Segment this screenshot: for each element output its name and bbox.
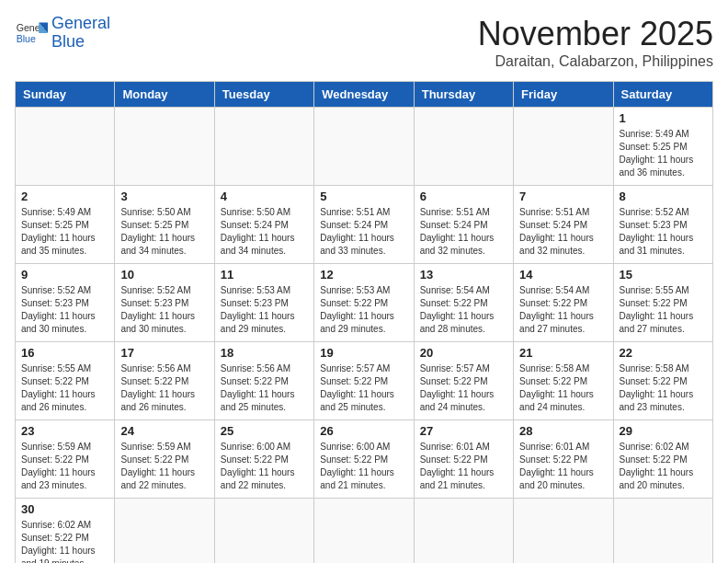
day-info: Sunrise: 5:54 AM Sunset: 5:22 PM Dayligh… — [519, 284, 607, 336]
day-info: Sunrise: 6:00 AM Sunset: 5:22 PM Dayligh… — [320, 441, 407, 492]
day-number: 4 — [221, 190, 308, 203]
calendar-cell: 11Sunrise: 5:53 AM Sunset: 5:23 PM Dayli… — [214, 264, 313, 342]
day-info: Sunrise: 5:56 AM Sunset: 5:22 PM Dayligh… — [120, 362, 208, 414]
day-number: 1 — [620, 111, 707, 125]
week-row-4: 16Sunrise: 5:55 AM Sunset: 5:22 PM Dayli… — [16, 342, 713, 420]
calendar-cell — [514, 108, 613, 186]
day-number: 8 — [620, 190, 707, 203]
calendar-cell: 18Sunrise: 5:56 AM Sunset: 5:22 PM Dayli… — [214, 342, 313, 420]
calendar-cell — [314, 499, 414, 564]
day-info: Sunrise: 5:51 AM Sunset: 5:24 PM Dayligh… — [320, 206, 407, 258]
calendar-cell: 4Sunrise: 5:50 AM Sunset: 5:24 PM Daylig… — [214, 186, 313, 264]
weekday-header-tuesday: Tuesday — [214, 82, 313, 108]
calendar-cell — [414, 499, 513, 564]
day-info: Sunrise: 6:00 AM Sunset: 5:22 PM Dayligh… — [221, 441, 308, 492]
day-info: Sunrise: 6:01 AM Sunset: 5:22 PM Dayligh… — [420, 441, 507, 492]
day-info: Sunrise: 5:52 AM Sunset: 5:23 PM Dayligh… — [620, 206, 707, 258]
day-number: 19 — [320, 346, 407, 360]
day-info: Sunrise: 6:01 AM Sunset: 5:22 PM Dayligh… — [519, 441, 607, 492]
day-info: Sunrise: 5:59 AM Sunset: 5:22 PM Dayligh… — [120, 441, 208, 492]
calendar-cell: 28Sunrise: 6:01 AM Sunset: 5:22 PM Dayli… — [514, 420, 613, 499]
day-number: 2 — [21, 190, 108, 203]
calendar-cell — [16, 108, 115, 186]
calendar-cell: 9Sunrise: 5:52 AM Sunset: 5:23 PM Daylig… — [16, 264, 115, 342]
day-number: 29 — [620, 424, 707, 438]
calendar-cell: 15Sunrise: 5:55 AM Sunset: 5:22 PM Dayli… — [613, 264, 712, 342]
weekday-header-sunday: Sunday — [16, 82, 115, 108]
calendar-cell — [214, 499, 313, 564]
week-row-5: 23Sunrise: 5:59 AM Sunset: 5:22 PM Dayli… — [16, 420, 713, 499]
day-number: 27 — [420, 424, 507, 438]
calendar-table: SundayMondayTuesdayWednesdayThursdayFrid… — [15, 81, 713, 563]
calendar-cell: 5Sunrise: 5:51 AM Sunset: 5:24 PM Daylig… — [314, 186, 414, 264]
week-row-3: 9Sunrise: 5:52 AM Sunset: 5:23 PM Daylig… — [16, 264, 713, 342]
calendar-cell — [214, 108, 313, 186]
day-info: Sunrise: 5:50 AM Sunset: 5:25 PM Dayligh… — [120, 206, 208, 258]
day-number: 16 — [21, 346, 108, 360]
location-title: Daraitan, Calabarzon, Philippines — [478, 53, 713, 70]
day-number: 11 — [221, 268, 308, 282]
day-number: 25 — [221, 424, 308, 438]
week-row-2: 2Sunrise: 5:49 AM Sunset: 5:25 PM Daylig… — [16, 186, 713, 264]
weekday-header-saturday: Saturday — [613, 82, 712, 108]
day-info: Sunrise: 5:59 AM Sunset: 5:22 PM Dayligh… — [21, 441, 108, 492]
week-row-1: 1Sunrise: 5:49 AM Sunset: 5:25 PM Daylig… — [16, 108, 713, 186]
calendar-cell: 10Sunrise: 5:52 AM Sunset: 5:23 PM Dayli… — [115, 264, 214, 342]
day-info: Sunrise: 5:52 AM Sunset: 5:23 PM Dayligh… — [21, 284, 108, 336]
day-number: 26 — [320, 424, 407, 438]
day-number: 10 — [120, 268, 208, 282]
calendar-cell — [414, 108, 513, 186]
calendar-cell — [314, 108, 414, 186]
day-number: 9 — [21, 268, 108, 282]
day-number: 6 — [420, 190, 507, 203]
calendar-cell: 14Sunrise: 5:54 AM Sunset: 5:22 PM Dayli… — [514, 264, 613, 342]
day-info: Sunrise: 5:53 AM Sunset: 5:22 PM Dayligh… — [320, 284, 407, 336]
calendar-cell: 6Sunrise: 5:51 AM Sunset: 5:24 PM Daylig… — [414, 186, 513, 264]
day-info: Sunrise: 5:49 AM Sunset: 5:25 PM Dayligh… — [620, 128, 707, 179]
calendar-cell: 1Sunrise: 5:49 AM Sunset: 5:25 PM Daylig… — [613, 108, 712, 186]
calendar-cell: 24Sunrise: 5:59 AM Sunset: 5:22 PM Dayli… — [115, 420, 214, 499]
calendar-cell — [115, 108, 214, 186]
day-number: 15 — [620, 268, 707, 282]
calendar-cell: 22Sunrise: 5:58 AM Sunset: 5:22 PM Dayli… — [613, 342, 712, 420]
day-info: Sunrise: 5:58 AM Sunset: 5:22 PM Dayligh… — [620, 362, 707, 414]
day-number: 30 — [21, 502, 108, 516]
day-info: Sunrise: 5:51 AM Sunset: 5:24 PM Dayligh… — [519, 206, 607, 258]
calendar-cell: 2Sunrise: 5:49 AM Sunset: 5:25 PM Daylig… — [16, 186, 115, 264]
calendar-cell: 17Sunrise: 5:56 AM Sunset: 5:22 PM Dayli… — [115, 342, 214, 420]
day-number: 28 — [519, 424, 607, 438]
day-number: 20 — [420, 346, 507, 360]
weekday-header-thursday: Thursday — [414, 82, 513, 108]
calendar-cell: 26Sunrise: 6:00 AM Sunset: 5:22 PM Dayli… — [314, 420, 414, 499]
day-info: Sunrise: 5:54 AM Sunset: 5:22 PM Dayligh… — [420, 284, 507, 336]
calendar-cell — [613, 499, 712, 564]
weekday-header-row: SundayMondayTuesdayWednesdayThursdayFrid… — [16, 82, 713, 108]
weekday-header-monday: Monday — [115, 82, 214, 108]
day-info: Sunrise: 5:51 AM Sunset: 5:24 PM Dayligh… — [420, 206, 507, 258]
calendar-cell: 8Sunrise: 5:52 AM Sunset: 5:23 PM Daylig… — [613, 186, 712, 264]
day-number: 7 — [519, 190, 607, 203]
day-number: 12 — [320, 268, 407, 282]
day-number: 22 — [620, 346, 707, 360]
day-info: Sunrise: 6:02 AM Sunset: 5:22 PM Dayligh… — [21, 519, 108, 563]
calendar-cell: 13Sunrise: 5:54 AM Sunset: 5:22 PM Dayli… — [414, 264, 513, 342]
day-info: Sunrise: 5:55 AM Sunset: 5:22 PM Dayligh… — [620, 284, 707, 336]
calendar-cell: 30Sunrise: 6:02 AM Sunset: 5:22 PM Dayli… — [16, 499, 115, 564]
calendar-cell: 12Sunrise: 5:53 AM Sunset: 5:22 PM Dayli… — [314, 264, 414, 342]
day-number: 13 — [420, 268, 507, 282]
calendar-cell: 3Sunrise: 5:50 AM Sunset: 5:25 PM Daylig… — [115, 186, 214, 264]
day-number: 14 — [519, 268, 607, 282]
calendar-cell: 25Sunrise: 6:00 AM Sunset: 5:22 PM Dayli… — [214, 420, 313, 499]
logo: General Blue GeneralBlue — [15, 15, 110, 52]
day-info: Sunrise: 5:49 AM Sunset: 5:25 PM Dayligh… — [21, 206, 108, 258]
logo-icon: General Blue — [15, 17, 48, 50]
day-info: Sunrise: 5:53 AM Sunset: 5:23 PM Dayligh… — [221, 284, 308, 336]
weekday-header-friday: Friday — [514, 82, 613, 108]
calendar-cell: 16Sunrise: 5:55 AM Sunset: 5:22 PM Dayli… — [16, 342, 115, 420]
header: General Blue GeneralBlue November 2025 D… — [15, 15, 713, 70]
day-info: Sunrise: 5:57 AM Sunset: 5:22 PM Dayligh… — [320, 362, 407, 414]
day-info: Sunrise: 5:57 AM Sunset: 5:22 PM Dayligh… — [420, 362, 507, 414]
day-number: 21 — [519, 346, 607, 360]
day-info: Sunrise: 5:50 AM Sunset: 5:24 PM Dayligh… — [221, 206, 308, 258]
calendar-cell: 27Sunrise: 6:01 AM Sunset: 5:22 PM Dayli… — [414, 420, 513, 499]
